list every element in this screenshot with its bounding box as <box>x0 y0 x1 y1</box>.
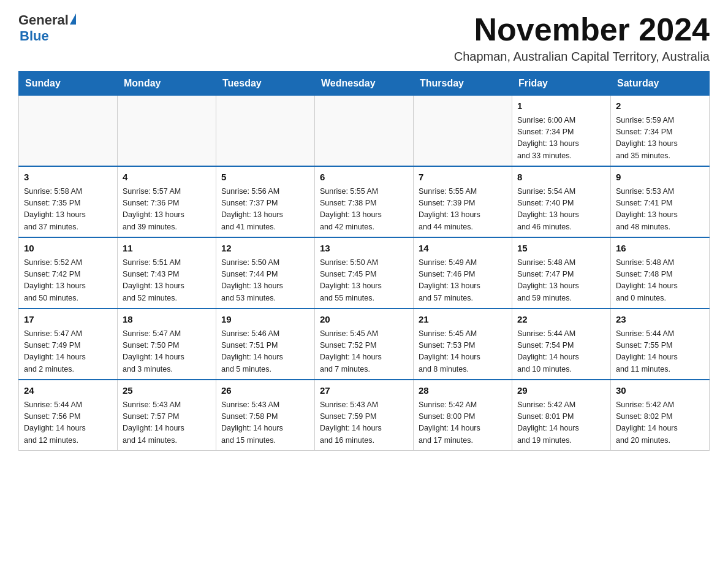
day-number: 8 <box>517 170 605 185</box>
calendar-week-row: 3Sunrise: 5:58 AMSunset: 7:35 PMDaylight… <box>19 166 710 237</box>
day-info: Sunrise: 5:42 AMSunset: 8:02 PMDaylight:… <box>616 399 704 447</box>
day-info: Sunrise: 5:43 AMSunset: 7:58 PMDaylight:… <box>221 399 309 447</box>
calendar-cell: 14Sunrise: 5:49 AMSunset: 7:46 PMDayligh… <box>414 237 512 308</box>
day-number: 6 <box>320 170 408 185</box>
calendar-cell: 12Sunrise: 5:50 AMSunset: 7:44 PMDayligh… <box>216 237 315 308</box>
day-info: Sunrise: 5:53 AMSunset: 7:41 PMDaylight:… <box>616 186 704 234</box>
calendar-cell: 18Sunrise: 5:47 AMSunset: 7:50 PMDayligh… <box>118 308 216 380</box>
logo-general-text: General <box>18 12 69 28</box>
day-info: Sunrise: 5:45 AMSunset: 7:53 PMDaylight:… <box>419 328 507 376</box>
day-number: 10 <box>24 242 112 256</box>
day-info: Sunrise: 5:44 AMSunset: 7:54 PMDaylight:… <box>517 328 605 376</box>
day-number: 14 <box>419 242 507 256</box>
calendar-table: SundayMondayTuesdayWednesdayThursdayFrid… <box>18 71 710 451</box>
calendar-cell: 16Sunrise: 5:48 AMSunset: 7:48 PMDayligh… <box>611 237 710 308</box>
day-info: Sunrise: 5:47 AMSunset: 7:49 PMDaylight:… <box>24 328 112 376</box>
day-number: 1 <box>517 99 605 113</box>
calendar-cell: 17Sunrise: 5:47 AMSunset: 7:49 PMDayligh… <box>19 308 118 380</box>
day-info: Sunrise: 5:44 AMSunset: 7:55 PMDaylight:… <box>616 328 704 376</box>
day-number: 22 <box>517 313 605 327</box>
day-info: Sunrise: 5:47 AMSunset: 7:50 PMDaylight:… <box>123 328 211 376</box>
calendar-cell: 3Sunrise: 5:58 AMSunset: 7:35 PMDaylight… <box>19 166 118 237</box>
calendar-title: November 2024 <box>454 12 710 47</box>
day-number: 5 <box>221 170 309 185</box>
day-number: 4 <box>123 170 211 185</box>
page-header: General Blue November 2024 Chapman, Aust… <box>18 12 710 64</box>
day-info: Sunrise: 5:46 AMSunset: 7:51 PMDaylight:… <box>221 328 309 376</box>
day-info: Sunrise: 5:44 AMSunset: 7:56 PMDaylight:… <box>24 399 112 447</box>
day-info: Sunrise: 5:45 AMSunset: 7:52 PMDaylight:… <box>320 328 408 376</box>
calendar-header-thursday: Thursday <box>414 72 512 96</box>
calendar-cell: 29Sunrise: 5:42 AMSunset: 8:01 PMDayligh… <box>512 380 611 451</box>
logo-blue-text: Blue <box>20 28 49 44</box>
day-info: Sunrise: 5:43 AMSunset: 7:59 PMDaylight:… <box>320 399 408 447</box>
day-info: Sunrise: 6:00 AMSunset: 7:34 PMDaylight:… <box>517 115 605 163</box>
day-number: 28 <box>419 384 507 398</box>
calendar-cell: 8Sunrise: 5:54 AMSunset: 7:40 PMDaylight… <box>512 166 611 237</box>
day-number: 18 <box>123 313 211 327</box>
day-info: Sunrise: 5:56 AMSunset: 7:37 PMDaylight:… <box>221 186 309 234</box>
calendar-subtitle: Chapman, Australian Capital Territory, A… <box>454 50 710 64</box>
calendar-cell: 26Sunrise: 5:43 AMSunset: 7:58 PMDayligh… <box>216 380 315 451</box>
day-number: 19 <box>221 313 309 327</box>
day-info: Sunrise: 5:57 AMSunset: 7:36 PMDaylight:… <box>123 186 211 234</box>
day-number: 13 <box>320 242 408 256</box>
day-info: Sunrise: 5:48 AMSunset: 7:47 PMDaylight:… <box>517 257 605 305</box>
day-info: Sunrise: 5:54 AMSunset: 7:40 PMDaylight:… <box>517 186 605 234</box>
calendar-header-tuesday: Tuesday <box>216 72 315 96</box>
day-info: Sunrise: 5:50 AMSunset: 7:45 PMDaylight:… <box>320 257 408 305</box>
calendar-cell: 10Sunrise: 5:52 AMSunset: 7:42 PMDayligh… <box>19 237 118 308</box>
calendar-header-row: SundayMondayTuesdayWednesdayThursdayFrid… <box>19 72 710 96</box>
day-number: 26 <box>221 384 309 398</box>
day-number: 27 <box>320 384 408 398</box>
day-number: 21 <box>419 313 507 327</box>
calendar-cell <box>315 96 414 167</box>
calendar-header-monday: Monday <box>118 72 216 96</box>
day-number: 29 <box>517 384 605 398</box>
calendar-week-row: 24Sunrise: 5:44 AMSunset: 7:56 PMDayligh… <box>19 380 710 451</box>
calendar-cell: 20Sunrise: 5:45 AMSunset: 7:52 PMDayligh… <box>315 308 414 380</box>
calendar-cell: 11Sunrise: 5:51 AMSunset: 7:43 PMDayligh… <box>118 237 216 308</box>
day-number: 12 <box>221 242 309 256</box>
calendar-cell: 2Sunrise: 5:59 AMSunset: 7:34 PMDaylight… <box>611 96 710 167</box>
calendar-cell: 23Sunrise: 5:44 AMSunset: 7:55 PMDayligh… <box>611 308 710 380</box>
day-number: 3 <box>24 170 112 185</box>
calendar-header-wednesday: Wednesday <box>315 72 414 96</box>
calendar-cell: 28Sunrise: 5:42 AMSunset: 8:00 PMDayligh… <box>414 380 512 451</box>
day-info: Sunrise: 5:59 AMSunset: 7:34 PMDaylight:… <box>616 115 704 163</box>
calendar-cell: 27Sunrise: 5:43 AMSunset: 7:59 PMDayligh… <box>315 380 414 451</box>
calendar-cell: 1Sunrise: 6:00 AMSunset: 7:34 PMDaylight… <box>512 96 611 167</box>
day-number: 15 <box>517 242 605 256</box>
calendar-cell: 30Sunrise: 5:42 AMSunset: 8:02 PMDayligh… <box>611 380 710 451</box>
day-number: 16 <box>616 242 704 256</box>
day-number: 17 <box>24 313 112 327</box>
day-info: Sunrise: 5:55 AMSunset: 7:38 PMDaylight:… <box>320 186 408 234</box>
day-info: Sunrise: 5:42 AMSunset: 8:00 PMDaylight:… <box>419 399 507 447</box>
day-info: Sunrise: 5:42 AMSunset: 8:01 PMDaylight:… <box>517 399 605 447</box>
day-number: 30 <box>616 384 704 398</box>
calendar-cell: 22Sunrise: 5:44 AMSunset: 7:54 PMDayligh… <box>512 308 611 380</box>
day-info: Sunrise: 5:52 AMSunset: 7:42 PMDaylight:… <box>24 257 112 305</box>
day-info: Sunrise: 5:58 AMSunset: 7:35 PMDaylight:… <box>24 186 112 234</box>
calendar-header-sunday: Sunday <box>19 72 118 96</box>
day-number: 7 <box>419 170 507 185</box>
calendar-cell: 4Sunrise: 5:57 AMSunset: 7:36 PMDaylight… <box>118 166 216 237</box>
logo-triangle-icon <box>70 13 76 25</box>
day-number: 20 <box>320 313 408 327</box>
calendar-cell: 6Sunrise: 5:55 AMSunset: 7:38 PMDaylight… <box>315 166 414 237</box>
calendar-cell <box>118 96 216 167</box>
calendar-cell: 15Sunrise: 5:48 AMSunset: 7:47 PMDayligh… <box>512 237 611 308</box>
calendar-header-saturday: Saturday <box>611 72 710 96</box>
calendar-cell: 24Sunrise: 5:44 AMSunset: 7:56 PMDayligh… <box>19 380 118 451</box>
day-number: 9 <box>616 170 704 185</box>
day-number: 23 <box>616 313 704 327</box>
calendar-week-row: 17Sunrise: 5:47 AMSunset: 7:49 PMDayligh… <box>19 308 710 380</box>
calendar-cell <box>19 96 118 167</box>
calendar-week-row: 10Sunrise: 5:52 AMSunset: 7:42 PMDayligh… <box>19 237 710 308</box>
calendar-cell <box>414 96 512 167</box>
day-number: 25 <box>123 384 211 398</box>
day-info: Sunrise: 5:50 AMSunset: 7:44 PMDaylight:… <box>221 257 309 305</box>
calendar-week-row: 1Sunrise: 6:00 AMSunset: 7:34 PMDaylight… <box>19 96 710 167</box>
day-number: 24 <box>24 384 112 398</box>
calendar-cell: 19Sunrise: 5:46 AMSunset: 7:51 PMDayligh… <box>216 308 315 380</box>
